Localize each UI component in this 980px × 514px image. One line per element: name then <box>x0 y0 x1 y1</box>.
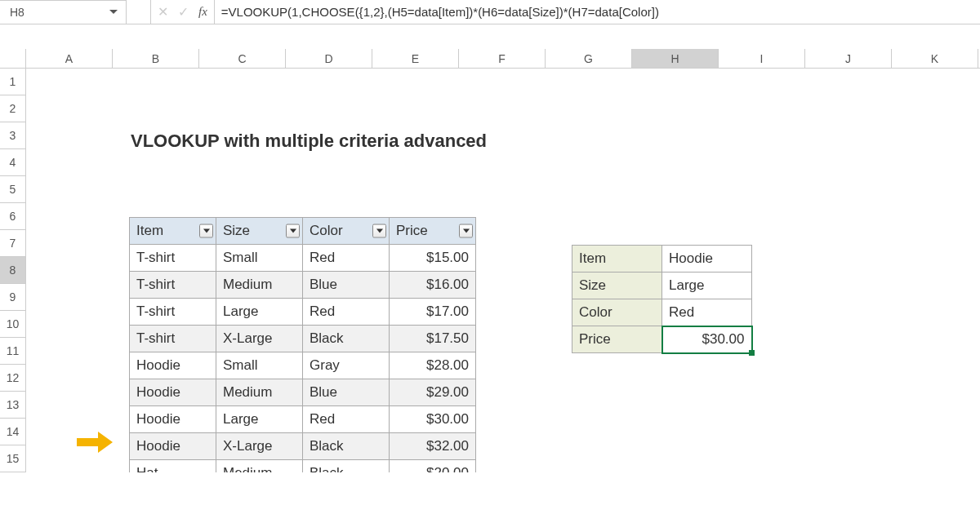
table-header-color[interactable]: Color <box>303 218 390 245</box>
cell-color[interactable]: Red <box>303 299 390 326</box>
lookup-label-item[interactable]: Item <box>572 246 662 273</box>
cell-item[interactable]: Hoodie <box>130 433 216 460</box>
row-header-7[interactable]: 7 <box>0 230 26 257</box>
cell-item[interactable]: T-shirt <box>130 272 216 299</box>
cell-size[interactable]: Medium <box>216 379 303 406</box>
column-header-A[interactable]: A <box>26 49 113 68</box>
row-header-6[interactable]: 6 <box>0 203 26 230</box>
cell-price[interactable]: $29.00 <box>390 379 476 406</box>
filter-dropdown-icon[interactable] <box>372 224 386 238</box>
spreadsheet-grid: ABCDEFGHIJK 123456789101112131415 VLOOKU… <box>0 49 980 472</box>
cell-item[interactable]: Hat <box>130 460 216 473</box>
cell-price[interactable]: $17.00 <box>390 299 476 326</box>
select-all-corner[interactable] <box>0 49 26 68</box>
column-header-J[interactable]: J <box>805 49 892 68</box>
table-header-price[interactable]: Price <box>390 218 476 245</box>
row-header-5[interactable]: 5 <box>0 176 26 203</box>
cell-color[interactable]: Red <box>303 245 390 272</box>
table-row[interactable]: HoodieX-LargeBlack$32.00 <box>130 433 476 460</box>
highlight-arrow-icon <box>77 432 113 453</box>
column-header-I[interactable]: I <box>719 49 805 68</box>
lookup-table: ItemHoodieSizeLargeColorRedPrice$30.00 <box>572 245 753 354</box>
filter-dropdown-icon[interactable] <box>459 224 473 238</box>
column-header-E[interactable]: E <box>372 49 459 68</box>
cell-color[interactable]: Red <box>303 406 390 433</box>
table-row[interactable]: T-shirtMediumBlue$16.00 <box>130 272 476 299</box>
row-header-15[interactable]: 15 <box>0 445 26 472</box>
name-box-dropdown-icon[interactable] <box>109 10 118 14</box>
cell-color[interactable]: Black <box>303 433 390 460</box>
separator <box>127 0 151 24</box>
name-box[interactable]: H8 <box>0 0 127 24</box>
cell-item[interactable]: T-shirt <box>130 245 216 272</box>
lookup-value-size[interactable]: Large <box>662 273 752 299</box>
cell-size[interactable]: Large <box>216 406 303 433</box>
row-header-14[interactable]: 14 <box>0 419 26 445</box>
cell-color[interactable]: Blue <box>303 272 390 299</box>
lookup-value-color[interactable]: Red <box>662 299 752 326</box>
cell-item[interactable]: Hoodie <box>130 379 216 406</box>
cell-price[interactable]: $30.00 <box>390 406 476 433</box>
cell-item[interactable]: T-shirt <box>130 326 216 352</box>
row-header-11[interactable]: 11 <box>0 338 26 365</box>
fx-icon[interactable]: fx <box>198 5 207 19</box>
cell-price[interactable]: $15.00 <box>390 245 476 272</box>
row-header-8[interactable]: 8 <box>0 257 26 284</box>
table-row[interactable]: T-shirtSmallRed$15.00 <box>130 245 476 272</box>
cell-price[interactable]: $32.00 <box>390 433 476 460</box>
cancel-icon[interactable]: ✕ <box>158 4 168 20</box>
column-header-D[interactable]: D <box>286 49 372 68</box>
filter-dropdown-icon[interactable] <box>199 224 213 238</box>
enter-icon[interactable]: ✓ <box>178 4 189 20</box>
table-row[interactable]: HoodieLargeRed$30.00 <box>130 406 476 433</box>
formula-bar: H8 ✕ ✓ fx =VLOOKUP(1,CHOOSE({1,2},(H5=da… <box>0 0 980 24</box>
cell-color[interactable]: Black <box>303 460 390 473</box>
row-header-4[interactable]: 4 <box>0 149 26 176</box>
cell-color[interactable]: Blue <box>303 379 390 406</box>
lookup-label-color[interactable]: Color <box>572 299 662 326</box>
cell-price[interactable]: $16.00 <box>390 272 476 299</box>
cell-item[interactable]: T-shirt <box>130 299 216 326</box>
filter-dropdown-icon[interactable] <box>286 224 300 238</box>
column-header-K[interactable]: K <box>892 49 978 68</box>
column-header-C[interactable]: C <box>199 49 286 68</box>
cell-price[interactable]: $20.00 <box>390 460 476 473</box>
row-header-9[interactable]: 9 <box>0 284 26 311</box>
column-header-H[interactable]: H <box>632 49 719 68</box>
cell-size[interactable]: Small <box>216 352 303 379</box>
cell-price[interactable]: $28.00 <box>390 352 476 379</box>
cell-size[interactable]: X-Large <box>216 326 303 352</box>
row-header-13[interactable]: 13 <box>0 392 26 419</box>
column-header-G[interactable]: G <box>546 49 632 68</box>
table-row[interactable]: HatMediumBlack$20.00 <box>130 460 476 473</box>
table-header-item[interactable]: Item <box>130 218 216 245</box>
lookup-value-item[interactable]: Hoodie <box>662 246 752 273</box>
column-header-B[interactable]: B <box>113 49 199 68</box>
table-row[interactable]: T-shirtX-LargeBlack$17.50 <box>130 326 476 352</box>
lookup-row: SizeLarge <box>572 273 752 299</box>
lookup-label-size[interactable]: Size <box>572 273 662 299</box>
formula-input[interactable]: =VLOOKUP(1,CHOOSE({1,2},(H5=data[Item])*… <box>215 0 980 24</box>
table-row[interactable]: HoodieSmallGray$28.00 <box>130 352 476 379</box>
cell-size[interactable]: Medium <box>216 272 303 299</box>
cell-size[interactable]: Small <box>216 245 303 272</box>
column-header-F[interactable]: F <box>459 49 546 68</box>
cell-color[interactable]: Black <box>303 326 390 352</box>
row-header-3[interactable]: 3 <box>0 122 26 149</box>
cell-size[interactable]: Medium <box>216 460 303 473</box>
cell-color[interactable]: Gray <box>303 352 390 379</box>
lookup-label-price[interactable]: Price <box>572 326 662 353</box>
cell-item[interactable]: Hoodie <box>130 406 216 433</box>
cell-price[interactable]: $17.50 <box>390 326 476 352</box>
table-header-size[interactable]: Size <box>216 218 303 245</box>
cell-size[interactable]: Large <box>216 299 303 326</box>
row-header-2[interactable]: 2 <box>0 95 26 122</box>
row-header-10[interactable]: 10 <box>0 311 26 338</box>
table-row[interactable]: T-shirtLargeRed$17.00 <box>130 299 476 326</box>
cell-size[interactable]: X-Large <box>216 433 303 460</box>
row-header-12[interactable]: 12 <box>0 365 26 392</box>
cell-item[interactable]: Hoodie <box>130 352 216 379</box>
table-row[interactable]: HoodieMediumBlue$29.00 <box>130 379 476 406</box>
row-header-1[interactable]: 1 <box>0 69 26 95</box>
lookup-value-price[interactable]: $30.00 <box>662 326 752 353</box>
